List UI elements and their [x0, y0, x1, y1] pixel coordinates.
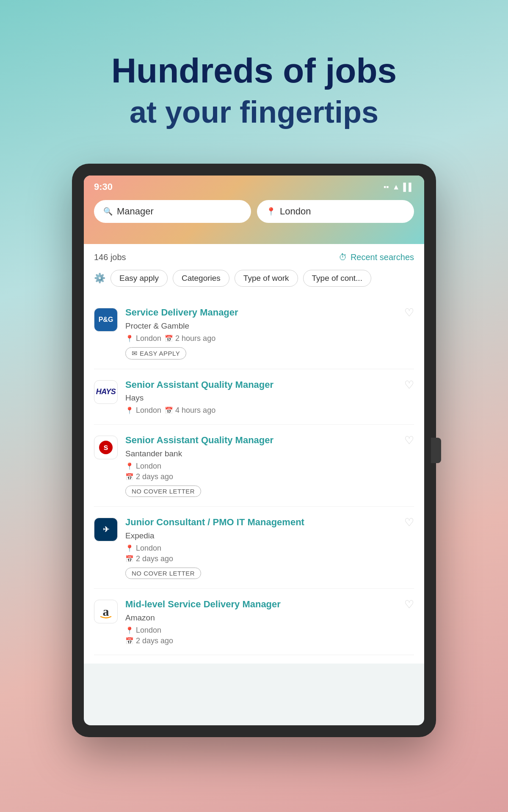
- job-location: 📍 London: [125, 462, 161, 471]
- badge-text: NO COVER LETTER: [132, 488, 195, 495]
- company-logo: P&G: [94, 308, 118, 332]
- status-icons: ▪▪ ▲ ▌▌: [384, 183, 414, 192]
- job-time: 📅 2 days ago: [125, 636, 173, 645]
- tablet-side-button: [431, 438, 441, 463]
- status-bar: 9:30 ▪▪ ▲ ▌▌: [84, 176, 424, 196]
- company-logo: s: [94, 436, 118, 459]
- hero-section: Hundreds of jobs at your fingertips: [0, 0, 508, 164]
- company-name: Santander bank: [125, 449, 397, 458]
- location-text: London: [136, 406, 161, 415]
- clock-icon: ⏱: [339, 252, 347, 262]
- job-meta-time: 📅 2 days ago: [125, 472, 397, 481]
- job-title: Senior Assistant Quality Manager: [125, 434, 397, 447]
- location-pin-icon: 📍: [125, 335, 134, 343]
- job-badge: NO COVER LETTER: [125, 486, 201, 497]
- filter-icon[interactable]: ⚙️: [94, 273, 105, 284]
- job-meta-time: 📅 2 days ago: [125, 554, 397, 563]
- search-icon: 🔍: [103, 207, 113, 216]
- company-name: Procter & Gamble: [125, 321, 397, 331]
- job-meta: 📍 London 📅 2 hours ago: [125, 334, 397, 343]
- expedia-logo-svg: ✈: [98, 521, 114, 538]
- job-title: Senior Assistant Quality Manager: [125, 379, 397, 391]
- job-title: Service Delivery Manager: [125, 306, 397, 319]
- results-count: 146 jobs: [94, 252, 126, 262]
- search-bar-container: 🔍 Manager 📍 London: [84, 196, 424, 231]
- location-search-input[interactable]: 📍 London: [257, 200, 414, 223]
- svg-text:✈: ✈: [103, 525, 109, 534]
- job-location: 📍 London: [125, 626, 161, 635]
- hero-title: Hundreds of jobs: [111, 51, 397, 91]
- status-time: 9:30: [94, 181, 113, 192]
- job-location: 📍 London: [125, 334, 161, 343]
- job-info: Mid-level Service Delivery Manager Amazo…: [125, 598, 397, 645]
- time-text: 2 days ago: [136, 472, 173, 481]
- calendar-icon: 📅: [165, 406, 173, 414]
- location-icon: 📍: [266, 207, 276, 216]
- svg-text:a: a: [103, 604, 109, 618]
- job-meta: 📍 London 📅 4 hours ago: [125, 406, 397, 415]
- job-info: Senior Assistant Quality Manager Santand…: [125, 434, 397, 497]
- job-card[interactable]: HAYS Senior Assistant Quality Manager Ha…: [94, 369, 414, 425]
- company-name: Hays: [125, 393, 397, 403]
- job-info: Junior Consultant / PMO IT Management Ex…: [125, 516, 397, 579]
- job-card[interactable]: a Mid-level Service Delivery Manager Ama…: [94, 589, 414, 655]
- tablet-device: 9:30 ▪▪ ▲ ▌▌ 🔍 Manager 📍 London: [72, 164, 436, 737]
- job-time: 📅 4 hours ago: [165, 406, 215, 415]
- location-text: London: [136, 334, 161, 343]
- save-job-button[interactable]: ♡: [404, 598, 414, 611]
- company-logo: HAYS: [94, 380, 118, 404]
- job-title: Junior Consultant / PMO IT Management: [125, 516, 397, 529]
- location-text: London: [136, 544, 161, 553]
- time-text: 2 days ago: [136, 636, 173, 645]
- filter-type-of-contract[interactable]: Type of cont...: [303, 270, 371, 287]
- job-time: 📅 2 days ago: [125, 554, 173, 563]
- badge-text: NO COVER LETTER: [132, 570, 195, 577]
- company-name: Amazon: [125, 613, 397, 623]
- job-location: 📍 London: [125, 406, 161, 415]
- recent-searches-label: Recent searches: [351, 252, 414, 262]
- job-info: Senior Assistant Quality Manager Hays 📍 …: [125, 379, 397, 415]
- filter-type-of-work[interactable]: Type of work: [235, 270, 298, 287]
- job-meta: 📍 London: [125, 462, 397, 471]
- time-text: 4 hours ago: [175, 406, 215, 415]
- job-card[interactable]: ✈ Junior Consultant / PMO IT Management …: [94, 507, 414, 589]
- filter-easy-apply[interactable]: Easy apply: [110, 270, 168, 287]
- location-text: London: [136, 462, 161, 471]
- save-job-button[interactable]: ♡: [404, 516, 414, 529]
- calendar-icon: 📅: [125, 473, 134, 481]
- job-time: 📅 2 hours ago: [165, 334, 215, 343]
- job-meta: 📍 London: [125, 544, 397, 553]
- location-search-value: London: [280, 206, 311, 217]
- tablet-screen: 9:30 ▪▪ ▲ ▌▌ 🔍 Manager 📍 London: [84, 176, 424, 725]
- calendar-icon: 📅: [125, 637, 134, 645]
- location-pin-icon: 📍: [125, 626, 134, 634]
- job-card[interactable]: P&G Service Delivery Manager Procter & G…: [94, 297, 414, 369]
- tablet-header: 9:30 ▪▪ ▲ ▌▌ 🔍 Manager 📍 London: [84, 176, 424, 244]
- job-location: 📍 London: [125, 544, 161, 553]
- save-job-button[interactable]: ♡: [404, 434, 414, 447]
- save-job-button[interactable]: ♡: [404, 306, 414, 319]
- envelope-icon: ✉: [132, 349, 137, 357]
- company-name: Expedia: [125, 531, 397, 540]
- results-bar: 146 jobs ⏱ Recent searches: [94, 252, 414, 262]
- santander-logo-svg: s: [98, 439, 114, 455]
- job-search-input[interactable]: 🔍 Manager: [94, 200, 251, 223]
- location-pin-icon: 📍: [125, 406, 134, 414]
- filter-categories[interactable]: Categories: [173, 270, 229, 287]
- location-pin-icon: 📍: [125, 462, 134, 470]
- wifi-icon: ▪▪: [384, 183, 389, 192]
- recent-searches-button[interactable]: ⏱ Recent searches: [339, 252, 414, 262]
- filter-bar: ⚙️ Easy apply Categories Type of work Ty…: [94, 270, 414, 287]
- job-search-value: Manager: [117, 206, 154, 217]
- save-job-button[interactable]: ♡: [404, 379, 414, 392]
- job-badge: ✉ EASY APPLY: [125, 347, 186, 359]
- job-title: Mid-level Service Delivery Manager: [125, 598, 397, 611]
- job-badge: NO COVER LETTER: [125, 568, 201, 579]
- job-info: Service Delivery Manager Procter & Gambl…: [125, 306, 397, 359]
- job-card[interactable]: s Senior Assistant Quality Manager Santa…: [94, 425, 414, 507]
- time-text: 2 days ago: [136, 554, 173, 563]
- company-logo: a: [94, 600, 118, 623]
- time-text: 2 hours ago: [175, 334, 215, 343]
- location-text: London: [136, 626, 161, 635]
- calendar-icon: 📅: [165, 335, 173, 343]
